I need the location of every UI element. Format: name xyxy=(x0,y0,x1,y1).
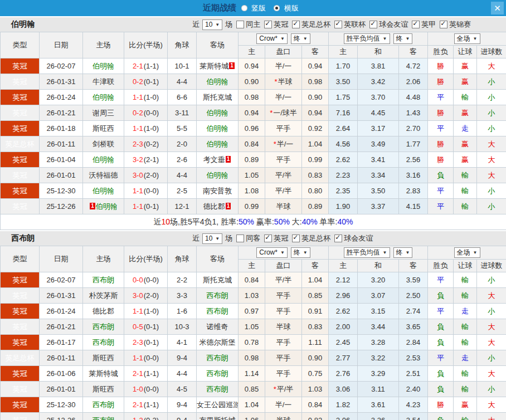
same-venue-checkbox[interactable] xyxy=(236,21,244,28)
asian-away-odds: 0.85 xyxy=(302,288,329,304)
match-date: 25-12-26 xyxy=(40,413,83,420)
score: 0-5(0-1) xyxy=(124,319,168,335)
odds-group-header: Crow*终 xyxy=(239,32,329,46)
euro-away-odds: 4.72 xyxy=(399,58,428,74)
halftime-score: (0-2) xyxy=(144,140,159,148)
euro-draw-odds: 3.50 xyxy=(358,183,399,199)
asian-handicap: 半球 xyxy=(265,319,302,335)
odds-source-select[interactable]: 胜平负均值 xyxy=(344,33,390,44)
euro-draw-odds: 3.11 xyxy=(358,382,399,397)
euro-away-odds: 2.40 xyxy=(399,382,428,397)
section-filter-bar: 伯明翰近10场同主英冠英足总杯英联杯球会友谊英甲英锦赛 xyxy=(0,17,506,32)
odds-source-select[interactable]: 终 xyxy=(393,247,413,258)
league-badge: 英冠 xyxy=(1,397,40,413)
euro-draw-odds: 3.20 xyxy=(358,272,399,288)
league-filter-checkbox[interactable] xyxy=(412,21,420,28)
same-venue-checkbox[interactable] xyxy=(236,235,244,242)
result-goals: 小 xyxy=(477,304,506,319)
recent-count-select[interactable]: 10 xyxy=(202,19,222,30)
league-badge: 英冠 xyxy=(1,105,40,121)
league-filter-checkbox[interactable] xyxy=(264,235,272,242)
odds-source-select[interactable]: Crow* xyxy=(256,247,288,258)
summary-segment: 40% xyxy=(302,217,318,226)
match-row: 英冠26-01-24伯明翰1-1(1-0)6-6斯托克城0.98半/一0.901… xyxy=(1,90,506,105)
home-team-name: 西布朗 xyxy=(93,416,114,420)
league-badge: 英冠 xyxy=(1,382,40,397)
result-handicap: 輸 xyxy=(454,199,477,214)
league-filter-checkbox[interactable] xyxy=(264,21,272,28)
euro-home-odds: 2.35 xyxy=(329,183,358,199)
match-row: 英足总杯26-01-11斯旺西1-1(0-0)9-4西布朗0.98平手0.902… xyxy=(1,350,506,366)
corners: 10-3 xyxy=(168,319,197,335)
euro-home-odds: 2.23 xyxy=(329,168,358,183)
match-date: 26-01-24 xyxy=(40,90,83,105)
home-team: 斯旺西 xyxy=(83,382,124,397)
fulltime-score: 3-0 xyxy=(133,291,143,300)
away-team-name: 西布朗 xyxy=(207,291,228,300)
league-filter-checkbox[interactable] xyxy=(334,21,342,28)
league-filter-label: 英冠 xyxy=(274,233,288,243)
away-team: 伯明翰 xyxy=(197,74,239,90)
halftime-score: (0-1) xyxy=(144,202,159,211)
summary-segment: 大: xyxy=(290,217,302,226)
result-outcome: 勝 xyxy=(428,58,454,74)
league-filter-checkbox[interactable] xyxy=(292,21,300,28)
match-date: 26-01-17 xyxy=(40,335,83,350)
asian-home-odds: 0.97 xyxy=(239,304,265,319)
recent-count-select[interactable]: 10 xyxy=(202,233,222,244)
league-filter-checkbox[interactable] xyxy=(292,235,300,242)
euro-away-odds: 2.06 xyxy=(399,74,428,90)
league-badge: 英冠 xyxy=(1,74,40,90)
column-header: 日期 xyxy=(40,246,83,272)
result-goals: 小 xyxy=(477,90,506,105)
close-icon[interactable]: ✕ xyxy=(491,2,504,14)
radio-vertical-layout[interactable] xyxy=(241,5,247,11)
asian-away-odds: 1.04 xyxy=(302,136,329,152)
match-row: 英冠26-01-18斯旺西1-1(1-0)5-5伯明翰0.96平手0.922.6… xyxy=(1,121,506,136)
asian-home-odds: 0.96 xyxy=(239,121,265,136)
corners: 3-11 xyxy=(168,105,197,121)
odds-source-select[interactable]: 全场 xyxy=(454,247,480,258)
away-team-name: 德比郡 xyxy=(203,202,225,211)
away-team-name: 西布朗 xyxy=(207,307,228,315)
odds-source-select[interactable]: 终 xyxy=(291,247,310,258)
away-team: 南安普敦 xyxy=(197,183,239,199)
odds-source-select[interactable]: Crow* xyxy=(256,33,288,44)
asian-handicap: *一/球半 xyxy=(265,105,302,121)
games-label: 场 xyxy=(225,233,232,243)
match-row: 英冠26-01-17西布朗2-3(0-1)4-1米德尔斯堡0.78平手1.112… xyxy=(1,335,506,350)
halftime-score: (0-0) xyxy=(144,385,159,393)
away-team: 西布朗 xyxy=(197,382,239,397)
corners: 4-4 xyxy=(168,366,197,382)
away-team: 西布朗 xyxy=(197,288,239,304)
odds-source-select[interactable]: 终 xyxy=(393,33,413,44)
radio-horizontal-layout[interactable] xyxy=(274,5,280,11)
home-team: 伯明翰 xyxy=(83,183,124,199)
result-handicap: 赢 xyxy=(454,136,477,152)
odds-source-select[interactable]: 胜平负均值 xyxy=(344,247,390,258)
league-badge: 英冠 xyxy=(1,152,40,168)
handicap-change-star: * xyxy=(270,109,273,117)
radio-horizontal-label[interactable]: 横版 xyxy=(284,4,299,12)
asian-away-odds: 0.92 xyxy=(302,121,329,136)
league-badge: 英冠 xyxy=(1,58,40,74)
asian-home-odds: 1.08 xyxy=(239,183,265,199)
near-label: 近 xyxy=(192,233,200,243)
result-outcome: 平 xyxy=(428,304,454,319)
odds-source-select[interactable]: 全场 xyxy=(454,33,480,44)
league-filter-label: 英锦赛 xyxy=(449,19,471,30)
league-filter-checkbox[interactable] xyxy=(334,235,342,242)
league-filter-checkbox[interactable] xyxy=(440,21,447,28)
fulltime-score: 2-3 xyxy=(133,140,143,148)
column-subheader: 客 xyxy=(302,260,329,272)
home-team-name: 德比郡 xyxy=(93,307,114,315)
league-filter-checkbox[interactable] xyxy=(369,21,377,28)
radio-vertical-label[interactable]: 竖版 xyxy=(251,4,266,12)
result-goals: 小 xyxy=(477,350,506,366)
odds-source-select[interactable]: 终 xyxy=(291,33,310,44)
match-date: 26-02-07 xyxy=(40,58,83,74)
home-team: 牛津联 xyxy=(83,74,124,90)
fulltime-score: 2-3 xyxy=(133,338,143,346)
score: 1-1(1-0) xyxy=(124,304,168,319)
away-team: 西布朗 xyxy=(197,366,239,382)
